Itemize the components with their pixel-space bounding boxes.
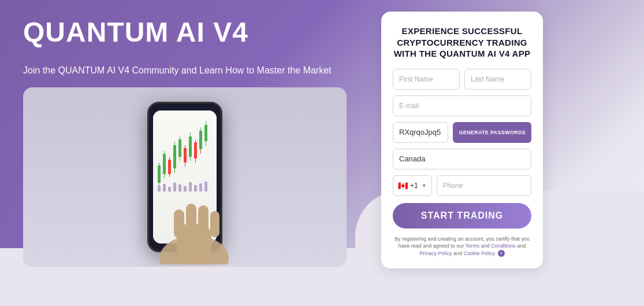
chart-svg [153,113,217,194]
svg-rect-24 [199,131,202,149]
phone-input[interactable] [437,175,531,196]
svg-rect-21 [194,142,197,158]
canada-flag-icon: 🇨🇦 [398,181,408,190]
first-name-input[interactable] [393,69,460,90]
svg-rect-44 [198,205,209,235]
terms-link[interactable]: Terms and Conditions [466,243,516,249]
dropdown-arrow-icon: ▼ [422,183,427,189]
svg-rect-9 [173,145,176,168]
hero-subtitle: Join the QUANTUM AI V4 Community and Lea… [23,65,347,76]
phone-row: 🇨🇦 +1 ▼ [393,175,531,196]
svg-rect-6 [168,160,171,174]
cookie-link[interactable]: Cookie Policy [464,250,496,256]
phone-prefix-selector[interactable]: 🇨🇦 +1 ▼ [393,175,432,196]
svg-rect-0 [158,165,161,183]
last-name-input[interactable] [464,69,531,90]
generate-passwords-button[interactable]: GENERATE PASSWORDS [453,122,531,143]
disclaimer-text: By registering and creating an account, … [393,235,531,257]
form-title: EXPERIENCE SUCCESSFUL CRYPTOCURRENCY TRA… [393,25,531,60]
svg-rect-42 [174,209,184,238]
svg-rect-3 [163,154,166,174]
content-wrapper: QUANTUM AI V4 Join the QUANTUM AI V4 Com… [0,0,644,306]
svg-rect-43 [186,204,196,235]
right-section: EXPERIENCE SUCCESSFUL CRYPTOCURRENCY TRA… [381,12,554,268]
email-input[interactable] [393,95,531,116]
country-input[interactable] [393,149,531,169]
hand-silhouette [148,189,240,267]
form-card: EXPERIENCE SUCCESSFUL CRYPTOCURRENCY TRA… [381,12,543,268]
password-input[interactable] [393,122,448,143]
password-row: GENERATE PASSWORDS [393,122,531,143]
email-row [393,95,531,116]
svg-rect-27 [204,125,207,141]
privacy-link[interactable]: Privacy Policy [419,250,452,256]
svg-rect-12 [178,139,181,157]
phone-image-container [23,87,347,267]
start-trading-button[interactable]: START TRADING [393,203,531,228]
country-row [393,149,531,169]
left-section: QUANTUM AI V4 Join the QUANTUM AI V4 Com… [0,0,370,284]
name-row [393,69,531,90]
svg-rect-18 [189,137,192,157]
svg-rect-15 [184,148,187,163]
info-icon: i [498,250,505,257]
svg-rect-45 [210,211,219,237]
phone-prefix-value: +1 [410,182,418,190]
main-title: QUANTUM AI V4 [23,17,347,48]
